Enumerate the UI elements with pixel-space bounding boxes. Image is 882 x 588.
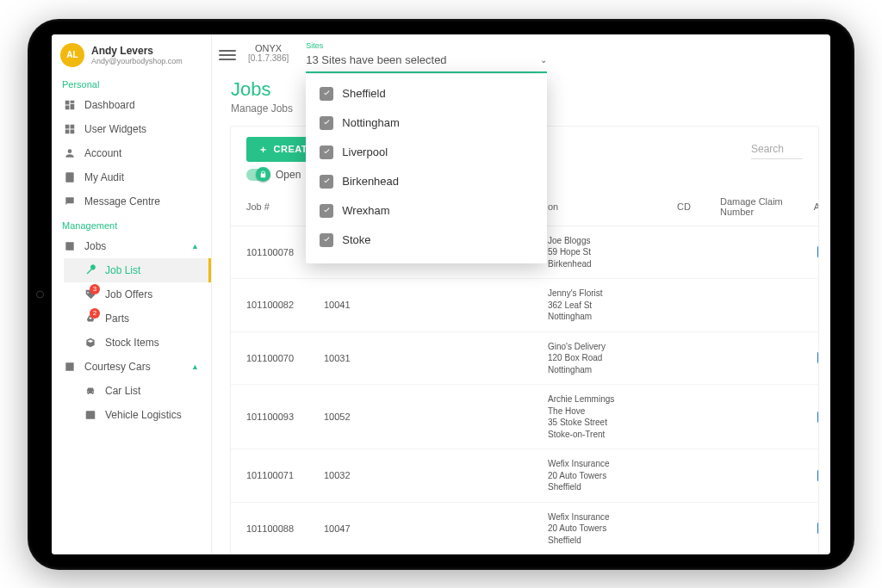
cell-ref: 10031: [324, 353, 393, 363]
nav-job-list[interactable]: Job List: [64, 258, 211, 282]
badge-count: 2: [90, 308, 100, 319]
tablet-frame: AL Andy Levers Andy@yourbodyshop.com Per…: [28, 19, 854, 570]
nav-parts[interactable]: Parts 2: [64, 306, 211, 331]
checkbox-icon: [320, 233, 333, 247]
user-name: Andy Levers: [91, 45, 183, 57]
section-personal: Personal: [52, 72, 211, 93]
col-auto[interactable]: Auto: [798, 201, 818, 212]
widgets-icon: [64, 123, 76, 135]
auto-checkbox[interactable]: [817, 411, 819, 424]
sites-selector[interactable]: Sites 13 Sites have been selected ⌄ Shef…: [306, 41, 547, 73]
option-label: Sheffield: [342, 87, 385, 100]
table-row[interactable]: 10110007110032Wefix Insurance20 Auto Tow…: [231, 449, 818, 503]
sites-option[interactable]: Sheffield: [306, 79, 547, 108]
open-toggle[interactable]: [246, 169, 270, 181]
checkbox-icon: [320, 116, 333, 130]
auto-checkbox[interactable]: [817, 245, 819, 258]
nav-label: Jobs: [84, 240, 106, 252]
cell-job: 101100071: [246, 470, 324, 480]
nav-label: Dashboard: [84, 99, 135, 111]
nav-stock-items[interactable]: Stock Items: [64, 331, 211, 355]
nav-my-audit[interactable]: My Audit: [52, 165, 211, 189]
location-cell: Jenny's Florist362 Leaf StNottingham: [548, 288, 677, 323]
nav-car-list[interactable]: Car List: [64, 379, 211, 403]
sites-option[interactable]: Stoke: [306, 226, 547, 255]
table-row[interactable]: 10110008810047Wefix Insurance20 Auto Tow…: [231, 503, 818, 554]
option-label: Stoke: [342, 233, 370, 246]
sidebar: AL Andy Levers Andy@yourbodyshop.com Per…: [52, 34, 212, 554]
table-body: 10110007810037Joe Bloggs59 Hope StBirken…: [231, 226, 818, 554]
section-management: Management: [52, 214, 211, 234]
cell-job: 101100070: [246, 353, 324, 363]
plus-box-icon: [64, 240, 76, 252]
checkbox-icon: [320, 204, 333, 218]
nav-label: User Widgets: [84, 123, 146, 135]
chevron-down-icon: ⌄: [540, 55, 547, 65]
cell-ref: 10041: [324, 300, 393, 310]
hamburger-icon[interactable]: [219, 46, 236, 64]
location-cell: Archie LemmingsThe Hove35 Stoke StreetSt…: [548, 393, 677, 440]
option-label: Wrexham: [342, 204, 389, 217]
badge-count: 3: [90, 284, 100, 294]
dashboard-icon: [64, 99, 76, 111]
nav-label: Vehicle Logistics: [105, 409, 182, 421]
auto-checkbox[interactable]: [817, 522, 819, 535]
checkbox-icon: [320, 145, 333, 159]
main: ONYX [0.1.7.386] Sites 13 Sites have bee…: [212, 34, 830, 554]
nav-label: Stock Items: [105, 337, 159, 349]
nav-label: Job List: [105, 264, 140, 276]
brand-name: ONYX: [248, 43, 289, 53]
nav-label: Courtesy Cars: [84, 361, 151, 373]
nav-message-centre[interactable]: Message Centre: [52, 189, 211, 214]
search-input[interactable]: Search: [751, 139, 803, 159]
auto-checkbox[interactable]: [817, 351, 819, 364]
sites-option[interactable]: Wrexham: [306, 196, 547, 226]
option-label: Liverpool: [342, 145, 388, 158]
cell-job: 101100093: [246, 412, 324, 422]
sites-value[interactable]: 13 Sites have been selected ⌄: [306, 50, 547, 73]
nav-jobs[interactable]: Jobs ▲: [52, 234, 211, 258]
stock-icon: [84, 337, 96, 349]
plus-icon: ＋: [258, 143, 269, 156]
nav-account[interactable]: Account: [52, 141, 211, 165]
sites-option[interactable]: Nottingham: [306, 108, 547, 138]
nav-vehicle-logistics[interactable]: Vehicle Logistics: [64, 403, 211, 427]
nav-label: Message Centre: [84, 195, 160, 207]
nav-courtesy-cars[interactable]: Courtesy Cars ▲: [52, 355, 211, 379]
col-dcn[interactable]: Damage Claim Number: [720, 196, 798, 217]
table-row[interactable]: 10110008210041Jenny's Florist362 Leaf St…: [231, 279, 818, 332]
brand-version: [0.1.7.386]: [248, 53, 289, 63]
user-block[interactable]: AL Andy Levers Andy@yourbodyshop.com: [52, 34, 211, 72]
car-icon: [84, 385, 96, 397]
cell-ref: 10032: [324, 470, 393, 480]
col-location[interactable]: on: [548, 201, 677, 212]
audit-icon: [64, 171, 76, 183]
plus-box-icon: [64, 361, 76, 373]
cell-job: 101100088: [246, 523, 324, 534]
sites-text: 13 Sites have been selected: [306, 53, 446, 66]
account-icon: [64, 147, 76, 159]
option-label: Nottingham: [342, 116, 399, 129]
home-button[interactable]: [36, 290, 44, 298]
message-icon: [64, 195, 76, 207]
brand-block: ONYX [0.1.7.386]: [248, 43, 289, 63]
nav-job-offers[interactable]: Job Offers 3: [64, 282, 211, 306]
topbar: ONYX [0.1.7.386] Sites 13 Sites have bee…: [212, 34, 830, 73]
col-cd[interactable]: CD: [677, 201, 720, 212]
sites-option[interactable]: Liverpool: [306, 138, 547, 167]
auto-checkbox[interactable]: [817, 469, 819, 482]
table-row[interactable]: 10110007010031Gino's Delivery120 Box Roa…: [231, 332, 818, 386]
nav-label: My Audit: [84, 171, 124, 183]
table-row[interactable]: 10110009310052Archie LemmingsThe Hove35 …: [231, 385, 818, 449]
chevron-up-icon: ▲: [191, 362, 199, 371]
sites-option[interactable]: Birkenhead: [306, 167, 547, 196]
user-email: Andy@yourbodyshop.com: [91, 57, 183, 65]
calendar-icon: [84, 409, 96, 421]
nav-label: Job Offers: [105, 288, 152, 300]
nav-user-widgets[interactable]: User Widgets: [52, 117, 211, 141]
sites-dropdown[interactable]: SheffieldNottinghamLiverpoolBirkenheadWr…: [306, 74, 547, 263]
nav-dashboard[interactable]: Dashboard: [52, 93, 211, 117]
sites-label: Sites: [306, 41, 547, 50]
location-cell: Wefix Insurance20 Auto TowersSheffield: [548, 511, 677, 547]
toggle-label: Open: [276, 169, 301, 181]
